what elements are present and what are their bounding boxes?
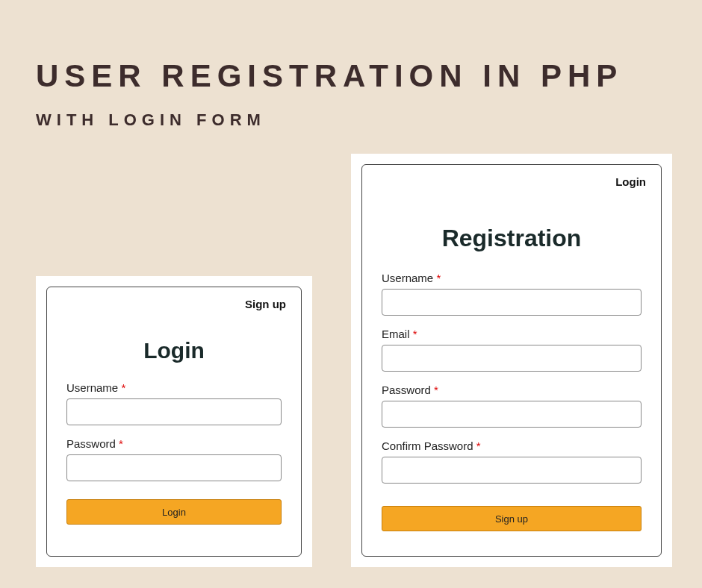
required-mark: * (119, 437, 123, 450)
label-text: Username (66, 381, 118, 394)
required-mark: * (434, 384, 438, 396)
login-username-label: Username * (66, 381, 282, 394)
reg-email-label: Email * (382, 328, 642, 340)
label-text: Email (382, 328, 410, 340)
label-text: Password (382, 384, 431, 396)
reg-username-label: Username * (382, 272, 642, 284)
login-title: Login (66, 338, 282, 363)
login-username-input[interactable] (66, 398, 282, 425)
login-password-group: Password * (66, 437, 282, 481)
required-mark: * (121, 381, 125, 394)
reg-email-group: Email * (382, 328, 642, 372)
page-title: USER REGISTRATION IN PHP (36, 58, 623, 94)
reg-confirm-group: Confirm Password * (382, 440, 642, 484)
registration-card-box: Login Registration Username * Email * Pa… (361, 164, 662, 557)
reg-confirm-input[interactable] (382, 457, 642, 484)
required-mark: * (476, 440, 481, 452)
registration-title: Registration (382, 225, 642, 252)
page-subtitle: WITH LOGIN FORM (36, 110, 266, 130)
login-card-box: Sign up Login Username * Password * Logi… (46, 287, 302, 557)
registration-card: Login Registration Username * Email * Pa… (351, 154, 672, 567)
required-mark: * (436, 272, 441, 284)
reg-password-input[interactable] (382, 401, 642, 428)
label-text: Password (66, 437, 116, 450)
signup-link[interactable]: Sign up (245, 298, 286, 310)
login-card: Sign up Login Username * Password * Logi… (36, 276, 312, 567)
login-button[interactable]: Login (66, 499, 282, 525)
signup-button[interactable]: Sign up (382, 506, 642, 531)
label-text: Confirm Password (382, 440, 473, 452)
label-text: Username (382, 272, 433, 284)
reg-username-input[interactable] (382, 289, 642, 316)
reg-confirm-label: Confirm Password * (382, 440, 642, 452)
reg-username-group: Username * (382, 272, 642, 316)
reg-email-input[interactable] (382, 345, 642, 372)
reg-password-group: Password * (382, 384, 642, 428)
required-mark: * (413, 328, 417, 340)
login-password-input[interactable] (66, 454, 282, 481)
login-link[interactable]: Login (615, 175, 646, 188)
login-username-group: Username * (66, 381, 282, 425)
login-password-label: Password * (66, 437, 282, 450)
reg-password-label: Password * (382, 384, 642, 396)
